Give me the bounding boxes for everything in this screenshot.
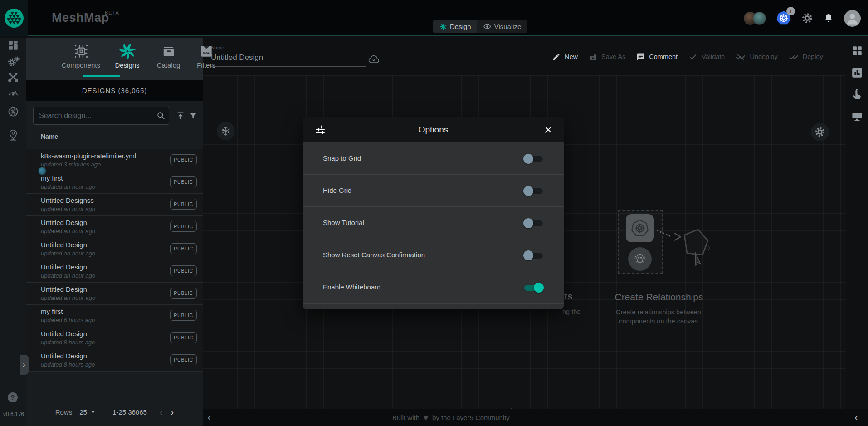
designs-drawer: Components (26, 38, 203, 426)
design-updated: updated an hour ago (41, 183, 95, 190)
beta-tag: BETA (105, 10, 119, 15)
design-list-item[interactable]: my first updated 6 hours ago PUBLIC (26, 305, 203, 327)
new-button[interactable]: New (552, 53, 578, 61)
save-as-button[interactable]: Save As (589, 53, 625, 61)
double-check-icon (789, 52, 799, 61)
tab-design-mode[interactable]: Design (433, 20, 477, 33)
rail-extensions-icon[interactable] (0, 104, 26, 119)
option-row: Hide Grid (303, 175, 564, 207)
option-row: Snap to Grid (303, 142, 564, 175)
tab-visualize-mode[interactable]: Visualize (477, 20, 527, 33)
option-row: Show Reset Canvas Confirmation (303, 239, 564, 271)
context-count-badge: 1 (786, 7, 795, 15)
undeploy-button[interactable]: Undeploy (736, 52, 777, 61)
design-updated: updated 6 hours ago (41, 317, 95, 323)
page-range: 1-25 36065 (112, 408, 147, 416)
footer-suffix: by the Layer5 Community (432, 414, 510, 421)
canvas-settings-gear-button[interactable] (811, 123, 829, 141)
chevron-down-icon (91, 411, 95, 413)
option-label: Hide Grid (323, 186, 351, 194)
design-updated: updated 3 minutes ago (41, 161, 101, 168)
toggle-switch[interactable] (524, 154, 543, 163)
design-name: Untitled Design (41, 263, 87, 271)
option-label: Snap to Grid (323, 154, 361, 162)
toggle-switch[interactable] (524, 283, 543, 292)
close-icon[interactable] (542, 123, 555, 136)
rows-per-page-select[interactable]: 25 (79, 408, 95, 416)
design-name: my first (41, 174, 63, 182)
comment-button[interactable]: Comment (636, 53, 678, 61)
import-design-icon[interactable] (176, 111, 185, 120)
tab-components[interactable]: Components (59, 41, 103, 69)
deploy-button[interactable]: Deploy (789, 52, 823, 61)
design-list-item[interactable]: Untitled Design updated an hour ago PUBL… (26, 238, 203, 260)
rail-meshmap-pin-icon[interactable] (0, 127, 26, 143)
design-updated: updated an hour ago (41, 272, 95, 279)
comment-icon (636, 53, 645, 61)
collapse-right-chevron[interactable]: ‹ (851, 412, 862, 423)
design-updated: updated an hour ago (41, 250, 95, 257)
design-list-item[interactable]: Untitled Design updated an hour ago PUBL… (26, 216, 203, 238)
options-toggle-list: Snap to Grid Hide Grid Show Tutorial Sho… (303, 142, 564, 304)
design-name-field: Name (211, 45, 366, 67)
user-profile-avatar[interactable] (844, 10, 861, 27)
visibility-badge: PUBLIC (170, 310, 197, 321)
design-name: Untitled Design (41, 219, 87, 226)
settings-gear-icon[interactable] (801, 12, 813, 24)
collaborator-avatars[interactable] (744, 12, 766, 25)
design-name: Untitled Designss (41, 196, 94, 204)
design-list-item[interactable]: my first updated an hour ago PUBLIC (26, 171, 203, 194)
rail-divider (3, 124, 24, 124)
help-button[interactable]: ? (8, 392, 18, 402)
rail-dashboard-icon[interactable] (0, 38, 26, 53)
tab-filters[interactable]: WA Filters (184, 41, 228, 69)
previous-page-chevron[interactable]: ‹ (160, 407, 163, 417)
interact-hand-icon[interactable] (849, 87, 865, 102)
design-list-item[interactable]: Untitled Design updated 8 hours ago PUBL… (26, 349, 203, 372)
snowflake-button[interactable] (217, 122, 235, 140)
visibility-badge: PUBLIC (170, 288, 197, 299)
option-row: Enable Whiteboard (303, 271, 564, 304)
collaborator-avatar-2[interactable] (753, 12, 766, 25)
create-relationships-subtext: Create relationships between components … (590, 308, 727, 326)
rail-performance-icon[interactable] (0, 85, 26, 100)
visibility-badge: PUBLIC (170, 221, 197, 232)
next-page-chevron[interactable]: › (171, 407, 174, 417)
pencil-icon (552, 53, 561, 61)
toggle-knob (523, 186, 533, 196)
design-list-item[interactable]: Untitled Design updated 8 hours ago PUBL… (26, 327, 203, 349)
design-list-item[interactable]: Untitled Designss updated an hour ago PU… (26, 194, 203, 216)
toggle-switch[interactable] (524, 219, 543, 228)
design-name: Untitled Design (41, 285, 87, 293)
toggle-switch[interactable] (524, 186, 543, 196)
validate-label: Validate (702, 53, 725, 60)
filter-funnel-icon[interactable] (189, 111, 198, 120)
widgets-grid-icon[interactable] (849, 43, 865, 59)
metrics-chart-icon[interactable] (849, 65, 865, 80)
design-list-item[interactable]: Untitled Design updated an hour ago PUBL… (26, 260, 203, 283)
kubernetes-context-chip[interactable]: 1 (776, 10, 791, 26)
layer5-mesh-icon (4, 8, 24, 28)
design-list-item[interactable]: Untitled Design updated an hour ago PUBL… (26, 283, 203, 305)
design-name: Untitled Design (41, 241, 87, 249)
rail-configuration-icon[interactable] (0, 69, 26, 85)
drawer-expand-chevron[interactable]: › (20, 355, 29, 375)
validate-button[interactable]: Validate (688, 52, 725, 61)
display-monitor-icon[interactable] (849, 108, 865, 124)
design-list-item[interactable]: k8s-wasm-plugin-ratelimiter.yml updated … (26, 149, 203, 171)
app-title: MeshMap (52, 11, 109, 25)
tab-designs[interactable]: Designs (105, 41, 149, 69)
toggle-switch[interactable] (524, 251, 543, 260)
designs-section-header: DESIGNS (36,065) (26, 80, 203, 101)
rail-lifecycle-icon[interactable] (0, 54, 26, 69)
design-name-input[interactable] (211, 50, 366, 67)
option-label: Show Tutorial (323, 219, 364, 226)
components-chip-icon (59, 41, 103, 61)
column-header-name: Name (41, 133, 58, 140)
layer5-logo[interactable] (0, 0, 28, 36)
options-modal: Options Snap to Grid Hide Grid Show Tuto… (303, 117, 564, 309)
mode-switcher: Design Visualize (433, 20, 527, 33)
notifications-bell-icon[interactable] (823, 13, 834, 24)
search-input[interactable] (34, 112, 153, 120)
collapse-left-chevron[interactable]: ‹ (204, 412, 215, 423)
